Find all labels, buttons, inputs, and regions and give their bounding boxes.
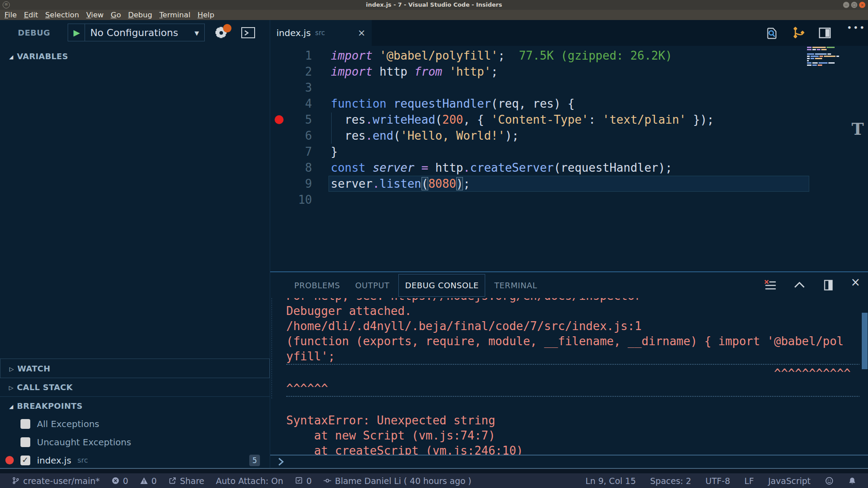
code-line[interactable] [331, 80, 714, 96]
status-item-git-branch[interactable]: create-user/main* [12, 476, 100, 486]
section-watch[interactable]: WATCH [0, 359, 270, 378]
configure-gear-button[interactable] [214, 25, 229, 40]
tab-index-js[interactable]: index.js src [270, 20, 372, 46]
gutter-row[interactable]: 1 [270, 48, 315, 64]
status-item-warning-triangle[interactable]: 0 [140, 476, 157, 486]
menu-selection[interactable]: Selection [42, 10, 83, 20]
gutter-row[interactable]: 8 [270, 160, 315, 176]
status-item-auto-attach-on[interactable]: Auto Attach: On [216, 476, 283, 486]
more-actions-icon[interactable]: ••• [847, 24, 866, 32]
minimap[interactable] [807, 47, 852, 67]
panel-tab-problems[interactable]: PROBLEMS [288, 274, 346, 296]
breakpoint-item[interactable]: All Exceptions [0, 415, 270, 433]
code-line[interactable]: function requestHandler(req, res) { [331, 96, 714, 112]
code-token [373, 65, 380, 78]
code-editor[interactable]: 12345678910 import '@babel/polyfill'; 77… [270, 46, 868, 271]
minimap-row [807, 62, 852, 64]
debug-console-output[interactable]: For help, see: https://nodejs.org/en/doc… [270, 298, 860, 455]
status-item-lf[interactable]: LF [744, 476, 754, 486]
gutter-row[interactable]: 3 [270, 80, 315, 96]
code-line[interactable]: } [331, 144, 714, 160]
triangle-collapsed-icon [6, 364, 17, 373]
section-breakpoints[interactable]: BREAKPOINTS [0, 397, 270, 415]
code-token: ; [498, 49, 519, 62]
console-scrollbar[interactable] [862, 313, 868, 369]
status-item-spaces-2[interactable]: Spaces: 2 [650, 476, 691, 486]
menu-go[interactable]: Go [107, 10, 125, 20]
status-item-feedback[interactable]: 0 [295, 476, 312, 486]
search-preview-icon[interactable] [764, 26, 779, 43]
gutter-row[interactable]: 4 [270, 96, 315, 112]
section-variables[interactable]: VARIABLES [0, 47, 270, 65]
checkbox[interactable] [20, 437, 30, 447]
minimize-button[interactable]: − [843, 2, 849, 8]
checkbox[interactable] [20, 419, 30, 429]
close-button[interactable]: × [859, 2, 865, 8]
editor-gutter[interactable]: 12345678910 [270, 48, 315, 208]
minimap-segment [824, 56, 836, 57]
status-label: LF [744, 476, 754, 486]
split-editor-icon[interactable] [818, 26, 832, 42]
status-item-utf-8[interactable]: UTF-8 [706, 476, 730, 486]
menu-edit[interactable]: Edit [20, 10, 42, 20]
debug-console-input[interactable] [270, 455, 868, 468]
status-item-javascript[interactable]: JavaScript [768, 476, 811, 486]
code-line[interactable]: res.writeHead(200, { 'Content-Type': 'te… [331, 112, 714, 128]
panel-tab-terminal[interactable]: TERMINAL [488, 274, 543, 296]
code-token: res [533, 97, 554, 110]
open-debug-console-button[interactable] [241, 27, 255, 38]
panel-tab-debug-console[interactable]: DEBUG CONSOLE [398, 274, 485, 297]
status-item-bell[interactable] [848, 476, 856, 485]
code-line[interactable]: server.listen(8080); [331, 176, 714, 192]
editor-tab-bar: index.js src ••• [270, 20, 868, 46]
start-debug-icon[interactable] [73, 28, 80, 37]
status-item-smiley[interactable] [825, 476, 834, 485]
triangle-expanded-icon [5, 52, 17, 60]
breakpoint-item[interactable]: Uncaught Exceptions [0, 433, 270, 451]
panel-tab-output[interactable]: OUTPUT [349, 274, 396, 296]
debug-config-dropdown[interactable]: No Configurations [68, 24, 205, 41]
gutter-row[interactable]: 6 [270, 128, 315, 144]
console-line: ^^^^^^^^^^^ [286, 366, 860, 381]
section-call-stack[interactable]: CALL STACK [0, 378, 270, 397]
menu-view[interactable]: View [83, 10, 107, 20]
status-item-error-circle[interactable]: 0 [111, 476, 128, 486]
menu-help[interactable]: Help [194, 10, 218, 20]
close-panel-icon[interactable] [851, 275, 860, 289]
clear-console-icon[interactable] [763, 279, 777, 293]
status-label: 0 [306, 476, 312, 486]
menu-debug[interactable]: Debug [125, 10, 156, 20]
code-line[interactable]: import http from 'http'; [331, 64, 714, 80]
gutter-row[interactable]: 2 [270, 64, 315, 80]
debug-config-value[interactable]: No Configurations [85, 27, 195, 38]
menu-bar: FileEditSelectionViewGoDebugTerminalHelp [0, 10, 868, 20]
code-token: import [331, 49, 373, 62]
status-item-share[interactable]: Share [168, 476, 204, 486]
code-line[interactable]: import '@babel/polyfill'; 77.5K (gzipped… [331, 48, 714, 64]
status-item-blame-commit[interactable]: Blame Daniel Li ( 40 hours ago ) [323, 476, 471, 486]
gutter-row[interactable]: 7 [270, 144, 315, 160]
gutter-row[interactable]: 5 [270, 112, 315, 128]
code-line[interactable]: res.end('Hello, World!'); [331, 128, 714, 144]
minimap-segment [807, 62, 811, 64]
maximize-panel-icon[interactable] [822, 279, 835, 293]
code-token: ( [393, 129, 401, 142]
maximize-button[interactable]: ▢ [851, 2, 857, 8]
chevron-down-icon[interactable] [195, 28, 199, 37]
menu-terminal[interactable]: Terminal [156, 10, 194, 20]
code-content[interactable]: import '@babel/polyfill'; 77.5K (gzipped… [331, 48, 714, 208]
minimap-segment [807, 58, 810, 59]
status-label: UTF-8 [706, 476, 730, 486]
collapse-panel-icon[interactable] [793, 279, 806, 292]
close-tab-icon[interactable] [357, 28, 365, 38]
gutter-row[interactable]: 9 [270, 176, 315, 192]
gutter-row[interactable]: 10 [270, 192, 315, 208]
breakpoint-item[interactable]: index.jssrc5 [0, 451, 270, 469]
gitlens-icon[interactable] [792, 26, 806, 42]
checkbox[interactable] [20, 456, 30, 465]
breakpoint-icon[interactable] [275, 115, 284, 124]
status-item-ln-9-col-15[interactable]: Ln 9, Col 15 [585, 476, 636, 486]
menu-file[interactable]: File [1, 10, 20, 20]
code-line[interactable]: const server = http.createServer(request… [331, 160, 714, 176]
code-line[interactable] [331, 192, 714, 208]
